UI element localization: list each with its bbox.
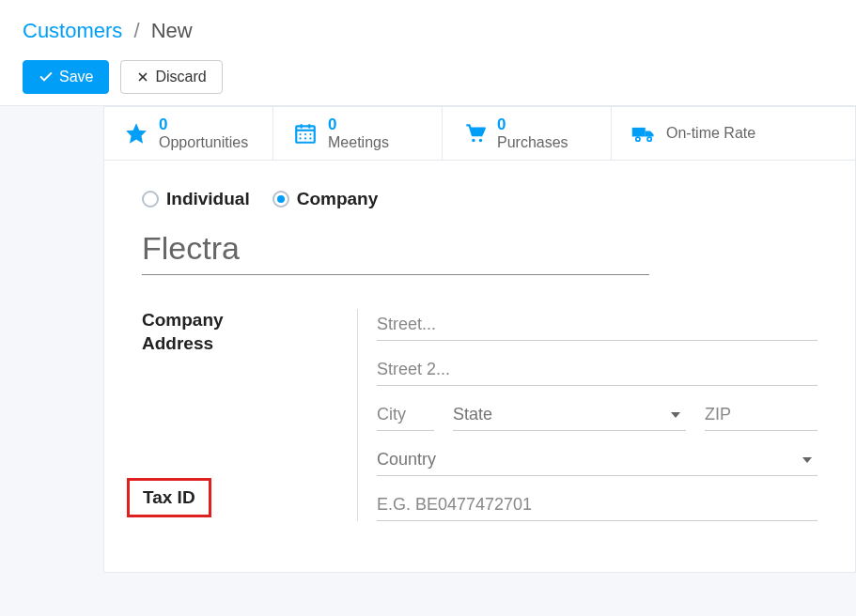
- check-icon: [39, 69, 54, 85]
- breadcrumb-current: New: [151, 19, 193, 42]
- page-header: Customers / New Save Discard: [0, 0, 856, 106]
- radio-company-label: Company: [297, 189, 379, 209]
- country-input[interactable]: [377, 444, 802, 475]
- star-icon: [123, 120, 149, 146]
- stat-meetings-label: Meetings: [328, 134, 389, 151]
- label-column: Company Address Tax ID: [142, 309, 358, 521]
- stat-purchases-label: Purchases: [497, 134, 568, 151]
- street2-input[interactable]: [377, 354, 817, 386]
- stat-purchases-count: 0: [497, 116, 568, 134]
- stat-tabs: 0 Opportunities 0 Meetings 0 Purchases: [103, 106, 856, 160]
- save-button[interactable]: Save: [23, 60, 109, 94]
- stat-opportunities-label: Opportunities: [159, 134, 248, 151]
- truck-icon: [630, 120, 657, 146]
- stat-ontime-rate[interactable]: On-time Rate: [612, 107, 855, 160]
- breadcrumb-root-link[interactable]: Customers: [23, 19, 122, 42]
- country-select[interactable]: [377, 444, 817, 476]
- stat-opportunities[interactable]: 0 Opportunities: [104, 107, 273, 160]
- close-icon: [136, 70, 149, 84]
- input-column: [358, 309, 817, 521]
- discard-button[interactable]: Discard: [120, 60, 222, 94]
- discard-button-label: Discard: [155, 69, 206, 85]
- tax-id-input[interactable]: [377, 489, 817, 521]
- radio-circle-selected-icon: [272, 191, 289, 208]
- tax-id-label: Tax ID: [127, 478, 211, 518]
- stat-meetings[interactable]: 0 Meetings: [273, 107, 443, 160]
- stat-opportunities-count: 0: [159, 116, 248, 134]
- action-button-row: Save Discard: [23, 60, 833, 94]
- radio-company[interactable]: Company: [272, 189, 379, 209]
- svg-point-14: [479, 139, 482, 142]
- caret-down-icon: [671, 412, 680, 418]
- breadcrumb-separator: /: [133, 19, 139, 42]
- address-grid: Company Address Tax ID: [142, 309, 817, 521]
- svg-rect-15: [632, 128, 646, 137]
- stat-purchases[interactable]: 0 Purchases: [443, 107, 612, 160]
- stat-meetings-count: 0: [328, 116, 389, 134]
- svg-point-16: [636, 137, 640, 141]
- svg-point-17: [647, 137, 651, 141]
- save-button-label: Save: [59, 69, 93, 85]
- radio-circle-icon: [142, 191, 159, 208]
- company-address-label-l2: Address: [142, 333, 213, 353]
- company-address-label: Company Address: [142, 309, 338, 355]
- company-address-label-l1: Company: [142, 310, 224, 330]
- zip-input[interactable]: [705, 399, 817, 431]
- street-input[interactable]: [377, 309, 817, 341]
- state-select[interactable]: [453, 399, 686, 431]
- form-card: Individual Company Company Address Tax I…: [103, 160, 856, 573]
- svg-point-13: [472, 139, 475, 142]
- caret-down-icon: [802, 457, 812, 463]
- cart-icon: [461, 120, 488, 146]
- state-input[interactable]: [453, 399, 671, 430]
- breadcrumb: Customers / New: [23, 19, 833, 43]
- radio-individual-label: Individual: [166, 189, 250, 209]
- radio-individual[interactable]: Individual: [142, 189, 250, 209]
- calendar-icon: [292, 120, 319, 146]
- customer-type-radios: Individual Company: [142, 189, 817, 209]
- content-area: 0 Opportunities 0 Meetings 0 Purchases: [0, 106, 856, 573]
- stat-ontime-label: On-time Rate: [666, 125, 755, 142]
- city-input[interactable]: [377, 399, 434, 431]
- city-state-zip-row: [377, 399, 817, 431]
- svg-marker-2: [126, 123, 147, 144]
- customer-name-input[interactable]: [142, 226, 649, 275]
